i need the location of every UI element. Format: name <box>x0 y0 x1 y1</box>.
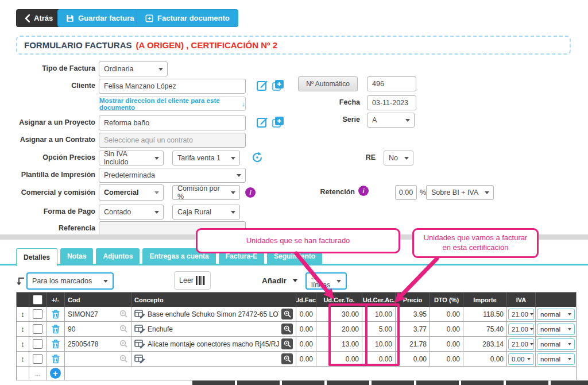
drag-handle-icon[interactable]: ↕ <box>17 307 29 321</box>
dto-value[interactable]: 0.00 <box>430 307 463 321</box>
retencion-base-select[interactable]: Sobre BI + IVA <box>426 185 494 200</box>
edit-table-icon[interactable] <box>134 325 145 334</box>
ud-fac-value[interactable]: 0.00 <box>296 352 316 366</box>
precio-value[interactable]: 21.78 <box>396 337 430 351</box>
iva-select[interactable]: 21.00 <box>508 309 534 320</box>
line-type-select[interactable]: normal <box>537 353 575 365</box>
marked-action-select[interactable]: Para los marcados <box>26 272 114 290</box>
row-checkbox-cell[interactable] <box>29 322 47 336</box>
retencion-input[interactable]: 0.00 <box>395 185 417 200</box>
trash-icon[interactable] <box>51 324 60 334</box>
forma-pago-select[interactable]: Contado <box>99 205 164 220</box>
contrato-input[interactable]: Seleccione aquí un contrato <box>99 133 246 148</box>
barcode-read-button[interactable]: Leer <box>174 271 211 290</box>
ud-cer-ac-value[interactable]: 0.00 <box>362 352 396 366</box>
re-select[interactable]: No <box>384 151 413 165</box>
precio-value[interactable]: 0.00 <box>396 352 430 366</box>
search-product-icon[interactable] <box>119 325 128 333</box>
ud-cer-to-value[interactable]: 13.00 <box>316 337 362 351</box>
precio-value[interactable]: 3.95 <box>396 307 430 321</box>
concepto-cell[interactable] <box>131 352 296 366</box>
ud-fac-value[interactable]: 0.00 <box>296 337 316 351</box>
row-checkbox[interactable] <box>33 309 42 319</box>
ud-fac-value[interactable]: 0.00 <box>296 307 316 321</box>
ud-fac-value[interactable]: 0.00 <box>296 322 316 336</box>
cliente-input[interactable]: Felisa Manzano López <box>99 79 246 94</box>
retention-info-icon[interactable]: i <box>358 186 369 196</box>
trash-icon[interactable] <box>51 309 60 319</box>
tarifa-select[interactable]: Tarifa venta 1 <box>172 151 240 165</box>
add-line-dropdown[interactable]: Añadir <box>262 276 297 285</box>
trash-icon[interactable] <box>51 354 60 364</box>
edit-table-icon[interactable] <box>134 340 145 349</box>
row-delete-cell[interactable] <box>47 337 65 351</box>
edit-table-icon[interactable] <box>134 355 145 364</box>
edit-client-icon[interactable] <box>256 79 269 92</box>
row-checkbox-cell[interactable] <box>29 307 47 321</box>
proyecto-input[interactable]: Reforma baño <box>99 116 246 130</box>
row-checkbox[interactable] <box>33 339 42 349</box>
precio-value[interactable]: 3.77 <box>396 322 430 336</box>
add-project-icon[interactable] <box>272 116 285 129</box>
row-checkbox-cell[interactable] <box>29 352 47 366</box>
refresh-prices-icon[interactable] <box>251 151 264 164</box>
banco-select[interactable]: Caja Rural <box>172 205 240 220</box>
invoice-document-button[interactable]: Facturar documento <box>137 9 238 27</box>
row-delete-cell[interactable] <box>47 322 65 336</box>
ud-cer-ac-value[interactable]: 5.00 <box>362 322 396 336</box>
line-type-select[interactable]: normal <box>537 324 575 335</box>
iva-select[interactable]: 21.00 <box>508 324 534 335</box>
plantilla-select[interactable]: Predeterminada <box>99 168 246 183</box>
cod-cell[interactable]: SIMON27 <box>65 307 131 321</box>
add-client-icon[interactable] <box>272 79 285 92</box>
comercial-select[interactable]: Comercial <box>99 184 164 201</box>
lines-count-select[interactable]: 3 líneas <box>305 272 347 290</box>
row-delete-cell[interactable] <box>47 307 65 321</box>
ud-cer-to-value[interactable]: 20.00 <box>316 322 362 336</box>
back-button[interactable]: Atrás <box>16 9 61 27</box>
serie-select[interactable]: A <box>367 113 415 128</box>
ud-cer-ac-value[interactable]: 10.00 <box>362 337 396 351</box>
search-product-icon[interactable] <box>119 355 128 363</box>
tab-notas[interactable]: Notas <box>60 248 93 264</box>
search-product-icon[interactable] <box>119 340 128 348</box>
ud-cer-to-value[interactable]: 30.00 <box>316 307 362 321</box>
cod-cell[interactable]: 25005478 <box>65 337 131 351</box>
iva-mode-select[interactable]: Sin IVA incluido <box>99 151 164 165</box>
zoom-line-icon[interactable] <box>281 338 293 349</box>
save-invoice-button[interactable]: Guardar factura <box>57 9 143 27</box>
ud-cer-ac-value[interactable]: 10.00 <box>362 307 396 321</box>
cod-cell[interactable] <box>65 352 131 366</box>
search-product-icon[interactable] <box>119 310 128 318</box>
add-line-button[interactable]: + <box>50 368 61 379</box>
row-checkbox-cell[interactable] <box>29 337 47 351</box>
concepto-cell[interactable]: Enchufe <box>131 322 296 336</box>
show-client-address-button[interactable]: Mostrar direccion del cliente para este … <box>99 97 246 111</box>
line-type-select[interactable]: normal <box>537 338 575 350</box>
edit-table-icon[interactable] <box>134 310 145 319</box>
invoice-number-input[interactable]: 496 <box>367 76 416 91</box>
fecha-input[interactable]: 03-11-2023 <box>367 95 416 110</box>
dto-value[interactable]: 0.00 <box>430 352 463 366</box>
commission-info-icon[interactable]: i <box>245 187 256 198</box>
zoom-line-icon[interactable] <box>281 353 293 364</box>
trash-icon[interactable] <box>51 339 60 349</box>
dto-value[interactable]: 0.00 <box>430 337 463 351</box>
concepto-cell[interactable]: Alicate montaje conectores macho Rj45/RJ… <box>131 337 296 351</box>
auto-number-button[interactable]: Nº Automático <box>298 76 358 91</box>
row-checkbox[interactable] <box>33 324 42 334</box>
ud-cer-to-value[interactable]: 0.00 <box>316 352 362 366</box>
concepto-cell[interactable]: Base enchufe Schuko Simon 27472-65 LOTE:… <box>131 307 296 321</box>
select-all-checkbox[interactable] <box>33 295 42 305</box>
drag-handle-icon[interactable]: ↕ <box>17 337 29 351</box>
row-checkbox[interactable] <box>33 354 42 364</box>
drag-handle-icon[interactable]: ↕ <box>17 352 29 366</box>
cod-cell[interactable]: 90 <box>65 322 131 336</box>
comision-select[interactable]: Comisión por % <box>172 185 240 200</box>
line-type-select[interactable]: normal <box>537 309 575 320</box>
tab-adjuntos[interactable]: Adjuntos <box>96 248 140 264</box>
tipo-factura-select[interactable]: Ordinaria <box>99 61 168 76</box>
iva-select[interactable]: 21.00 <box>508 338 534 350</box>
dto-value[interactable]: 0.00 <box>430 322 463 336</box>
iva-select[interactable]: 0.00 <box>508 353 534 365</box>
